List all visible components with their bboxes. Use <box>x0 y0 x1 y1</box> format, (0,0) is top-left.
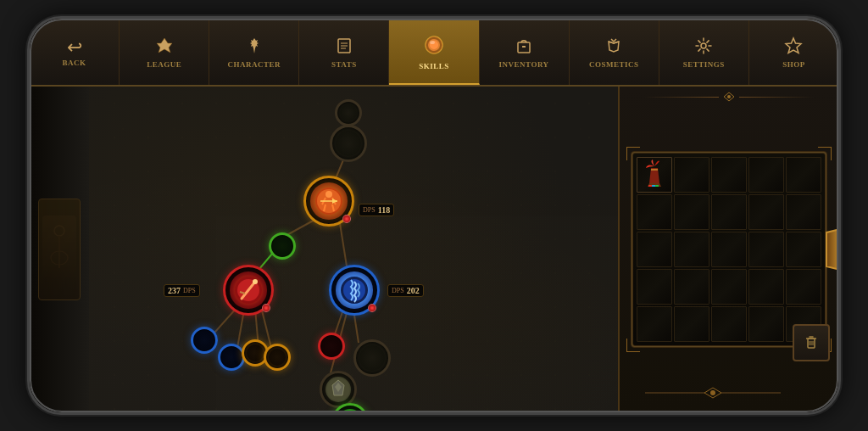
inventory-cell-1-4[interactable] <box>786 194 821 230</box>
nav-label-cosmetics: Cosmetics <box>589 60 639 69</box>
svg-point-53 <box>727 95 731 98</box>
svg-marker-12 <box>786 38 801 53</box>
nav-label-league: League <box>147 60 181 69</box>
skill-node-small-gold-2[interactable] <box>264 344 291 371</box>
cosmetics-icon <box>604 36 623 59</box>
dps-text-2: DPS <box>183 287 196 294</box>
svg-point-49 <box>339 411 361 412</box>
dps-text-3: DPS <box>392 287 404 294</box>
svg-rect-10 <box>522 46 526 48</box>
left-panel <box>30 87 89 412</box>
inventory-cell-2-3[interactable] <box>748 232 784 267</box>
skill-node-small-dark[interactable] <box>353 339 391 377</box>
league-icon <box>155 36 174 59</box>
next-page-button[interactable] <box>823 227 838 271</box>
svg-rect-56 <box>655 185 659 187</box>
nav-item-league[interactable]: League <box>120 19 209 85</box>
nav-label-inventory: Inventory <box>499 60 549 69</box>
inventory-cell-1-3[interactable] <box>748 194 784 230</box>
inventory-cell-0-3[interactable] <box>748 157 784 193</box>
main-content: DPS 118 <box>30 87 838 412</box>
svg-point-13 <box>54 226 64 236</box>
gem-dot-red-2 <box>262 304 270 312</box>
gem-dot-red <box>342 215 351 223</box>
skill-node-arrow[interactable] <box>303 176 354 227</box>
nav-item-shop[interactable]: Shop <box>749 19 838 85</box>
game-screen: ↩ Back League Character <box>30 19 838 412</box>
svg-line-20 <box>339 218 348 271</box>
inventory-cell-0-0[interactable] <box>637 157 672 193</box>
inventory-icon <box>515 36 533 59</box>
skill-node-green1[interactable] <box>269 232 296 260</box>
skills-area: DPS 118 <box>89 87 618 412</box>
inventory-cell-4-0[interactable] <box>637 306 672 342</box>
dps-value-2: 237 <box>168 286 181 295</box>
nav-label-back: Back <box>63 59 86 67</box>
inventory-cell-2-4[interactable] <box>786 232 821 267</box>
dps-text-1: DPS <box>363 206 376 214</box>
skills-icon <box>422 33 446 60</box>
side-button-right <box>839 176 841 227</box>
skill-node-small-blue-1[interactable] <box>191 327 218 354</box>
inventory-cell-3-0[interactable] <box>637 269 672 305</box>
item-boots <box>639 160 670 190</box>
nav-label-skills: Skills <box>419 62 449 70</box>
trash-button[interactable] <box>793 324 830 361</box>
svg-point-8 <box>430 41 435 44</box>
back-icon: ↩ <box>67 38 82 57</box>
skill-node-small-blue-2[interactable] <box>218 344 245 371</box>
inventory-cell-2-2[interactable] <box>711 232 747 267</box>
inventory-cell-3-2[interactable] <box>711 269 747 305</box>
nav-bar: ↩ Back League Character <box>30 19 838 87</box>
shop-icon <box>784 36 803 59</box>
inventory-cell-0-2[interactable] <box>711 157 747 193</box>
nav-label-settings: Settings <box>683 60 725 69</box>
inventory-cell-0-4[interactable] <box>786 157 821 193</box>
nav-item-back[interactable]: ↩ Back <box>30 19 120 85</box>
inventory-cell-4-1[interactable] <box>674 306 709 342</box>
nav-label-shop: Shop <box>782 60 805 69</box>
inventory-cell-0-1[interactable] <box>674 157 709 193</box>
gem-dot-red-3 <box>368 304 376 312</box>
character-icon <box>245 36 264 59</box>
inventory-cell-3-4[interactable] <box>786 269 821 305</box>
dps-label-237: 237 DPS <box>164 284 200 297</box>
nav-item-settings[interactable]: Settings <box>659 19 749 85</box>
nav-item-inventory[interactable]: Inventory <box>480 19 570 85</box>
svg-rect-55 <box>652 185 655 187</box>
side-button-left <box>27 176 29 210</box>
inventory-panel <box>618 87 838 412</box>
inventory-cell-1-0[interactable] <box>637 194 672 230</box>
nav-item-character[interactable]: Character <box>209 19 299 85</box>
phone-frame: ↩ Back League Character <box>27 16 841 415</box>
inventory-cell-3-1[interactable] <box>674 269 709 305</box>
dps-value-3: 202 <box>407 286 420 295</box>
nav-label-character: Character <box>228 60 281 69</box>
nav-item-cosmetics[interactable]: Cosmetics <box>570 19 659 85</box>
bottom-ornament <box>630 385 796 400</box>
nav-label-stats: Stats <box>331 60 357 69</box>
top-ornament <box>644 92 814 102</box>
skill-node-water[interactable] <box>329 265 380 316</box>
svg-rect-54 <box>648 185 652 187</box>
skill-node-small-red[interactable] <box>318 333 345 360</box>
inventory-grid <box>637 157 821 342</box>
dps-label-202: DPS 202 <box>387 284 424 297</box>
inventory-cell-4-3[interactable] <box>748 306 784 342</box>
skill-node-upper-mid[interactable] <box>330 125 367 162</box>
nav-item-stats[interactable]: Stats <box>299 19 389 85</box>
inventory-cell-3-3[interactable] <box>748 269 784 305</box>
inventory-cell-1-2[interactable] <box>711 194 747 230</box>
svg-point-57 <box>710 390 715 395</box>
inventory-cell-2-1[interactable] <box>674 232 709 267</box>
skill-node-top[interactable] <box>335 99 362 126</box>
nav-item-skills[interactable]: Skills <box>389 19 479 85</box>
inventory-cell-4-2[interactable] <box>711 306 747 342</box>
inventory-cell-1-1[interactable] <box>674 194 709 230</box>
dps-value-1: 118 <box>378 205 390 215</box>
inventory-cell-2-0[interactable] <box>637 232 672 267</box>
inventory-grid-container <box>632 152 826 347</box>
stats-icon <box>335 36 353 59</box>
skill-node-slash[interactable] <box>223 265 274 316</box>
svg-point-11 <box>701 43 706 48</box>
